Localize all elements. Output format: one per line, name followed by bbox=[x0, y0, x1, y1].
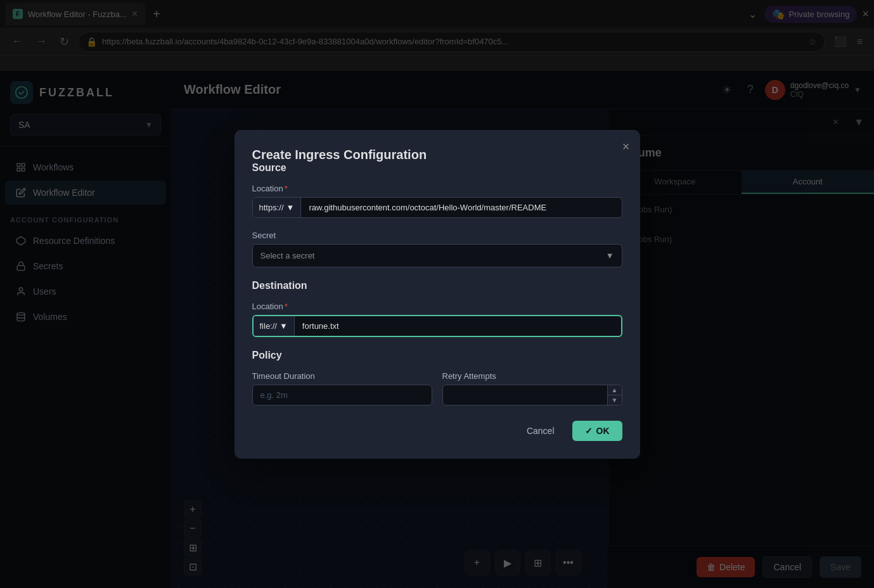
modal-footer: Cancel ✓ OK bbox=[252, 421, 622, 441]
retry-label: Retry Attempts bbox=[442, 371, 622, 381]
modal-overlay: Create Ingress Configuration × Source Lo… bbox=[0, 0, 874, 588]
destination-location-required: * bbox=[285, 302, 288, 311]
modal-ok-button[interactable]: ✓ OK bbox=[572, 421, 622, 441]
modal-close-button[interactable]: × bbox=[622, 140, 630, 153]
destination-location-input-row: file:// ▼ bbox=[252, 315, 622, 337]
modal-cancel-button[interactable]: Cancel bbox=[517, 421, 565, 441]
modal-title: Create Ingress Configuration bbox=[252, 148, 427, 162]
ok-icon: ✓ bbox=[585, 426, 593, 436]
source-section-title: Source bbox=[252, 162, 622, 174]
policy-fields-row: Timeout Duration Retry Attempts ▲ ▼ bbox=[252, 371, 622, 406]
secret-section: Secret Select a secret ▼ bbox=[252, 231, 622, 267]
retry-input-row: ▲ ▼ bbox=[442, 385, 622, 406]
number-spinners: ▲ ▼ bbox=[607, 385, 622, 405]
destination-location-label: Location* bbox=[252, 302, 622, 311]
policy-section: Policy Timeout Duration Retry Attempts ▲… bbox=[252, 350, 622, 406]
source-location-label: Location* bbox=[252, 184, 622, 193]
destination-section: Destination Location* file:// ▼ bbox=[252, 280, 622, 337]
secret-placeholder: Select a secret bbox=[260, 251, 315, 260]
source-section: Source Location* https:// ▼ bbox=[252, 162, 622, 218]
retry-input[interactable] bbox=[443, 385, 607, 405]
secret-chevron-icon: ▼ bbox=[606, 251, 614, 260]
source-location-required: * bbox=[285, 184, 288, 193]
secret-select[interactable]: Select a secret ▼ bbox=[252, 244, 622, 267]
timeout-field: Timeout Duration bbox=[252, 371, 432, 406]
timeout-label: Timeout Duration bbox=[252, 371, 432, 381]
destination-protocol-select[interactable]: file:// ▼ bbox=[254, 316, 295, 336]
source-path-input[interactable] bbox=[301, 198, 621, 217]
create-ingress-modal: Create Ingress Configuration × Source Lo… bbox=[235, 130, 640, 459]
spin-up-button[interactable]: ▲ bbox=[608, 385, 622, 395]
policy-section-title: Policy bbox=[252, 350, 622, 361]
dest-protocol-chevron-icon: ▼ bbox=[280, 321, 288, 331]
protocol-chevron-icon: ▼ bbox=[286, 203, 295, 212]
timeout-input[interactable] bbox=[252, 385, 432, 406]
spin-down-button[interactable]: ▼ bbox=[608, 395, 622, 405]
retry-field: Retry Attempts ▲ ▼ bbox=[442, 371, 622, 406]
source-location-input-row: https:// ▼ bbox=[252, 197, 622, 218]
secret-label: Secret bbox=[252, 231, 622, 240]
destination-path-input[interactable] bbox=[295, 316, 621, 336]
destination-section-title: Destination bbox=[252, 280, 622, 291]
source-protocol-select[interactable]: https:// ▼ bbox=[253, 198, 302, 217]
